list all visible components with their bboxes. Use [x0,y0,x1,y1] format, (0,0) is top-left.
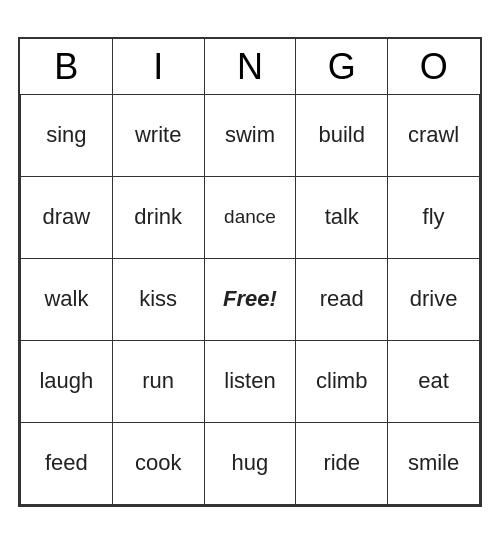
table-row: feedcookhugridesmile [21,422,480,504]
cell-0-0: sing [21,94,113,176]
cell-2-1: kiss [112,258,204,340]
table-row: laughrunlistenclimbeat [21,340,480,422]
cell-0-3: build [296,94,388,176]
header-g: G [296,39,388,94]
cell-3-0: laugh [21,340,113,422]
cell-0-1: write [112,94,204,176]
cell-1-1: drink [112,176,204,258]
cell-2-3: read [296,258,388,340]
bingo-card: B I N G O singwriteswimbuildcrawldrawdri… [18,37,482,507]
bingo-table: B I N G O singwriteswimbuildcrawldrawdri… [20,39,480,505]
cell-3-3: climb [296,340,388,422]
table-row: singwriteswimbuildcrawl [21,94,480,176]
cell-1-3: talk [296,176,388,258]
cell-2-2: Free! [204,258,296,340]
table-row: walkkissFree!readdrive [21,258,480,340]
cell-0-4: crawl [388,94,480,176]
header-o: O [388,39,480,94]
cell-4-0: feed [21,422,113,504]
table-row: drawdrinkdancetalkfly [21,176,480,258]
cell-0-2: swim [204,94,296,176]
cell-1-4: fly [388,176,480,258]
cell-1-0: draw [21,176,113,258]
bingo-body: singwriteswimbuildcrawldrawdrinkdancetal… [21,94,480,504]
header-b: B [21,39,113,94]
cell-3-1: run [112,340,204,422]
header-i: I [112,39,204,94]
cell-4-2: hug [204,422,296,504]
cell-2-0: walk [21,258,113,340]
cell-4-1: cook [112,422,204,504]
cell-3-4: eat [388,340,480,422]
cell-1-2: dance [204,176,296,258]
header-row: B I N G O [21,39,480,94]
cell-2-4: drive [388,258,480,340]
header-n: N [204,39,296,94]
cell-3-2: listen [204,340,296,422]
cell-4-4: smile [388,422,480,504]
cell-4-3: ride [296,422,388,504]
